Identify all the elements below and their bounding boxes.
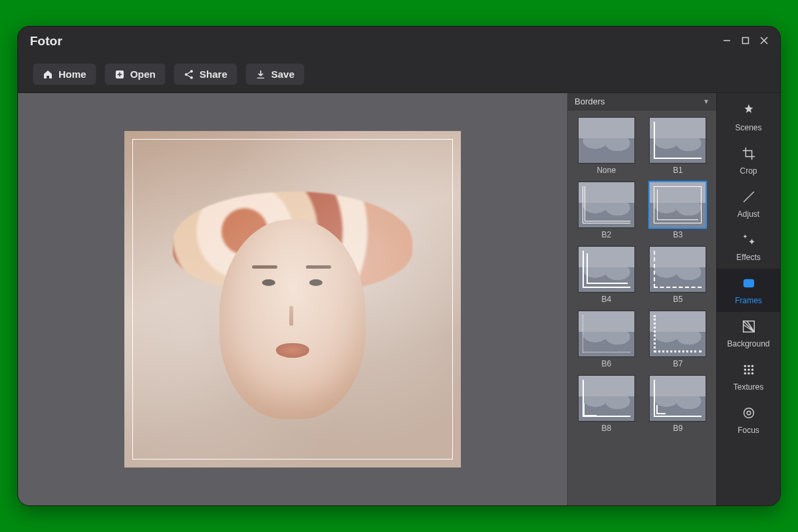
svg-rect-8: [743, 280, 753, 287]
focus-icon: [741, 406, 756, 422]
plus-file-icon: [114, 69, 125, 80]
border-swatch-label: None: [597, 166, 616, 175]
border-thumb: [578, 311, 635, 357]
rail-label: Textures: [733, 382, 763, 392]
rail-label: Crop: [739, 166, 757, 176]
effects-icon: [741, 233, 756, 249]
border-thumb: [649, 182, 706, 228]
adjust-icon: [741, 190, 756, 206]
rail-focus[interactable]: Focus: [717, 398, 780, 442]
close-button[interactable]: [760, 36, 768, 47]
collapse-icon: ▼: [703, 98, 710, 105]
borders-grid[interactable]: NoneB1B2B3B4B5B6B7B8B9: [568, 110, 716, 505]
tool-rail: ScenesCropAdjustEffectsFramesBackgroundT…: [716, 93, 780, 505]
border-thumb: [649, 117, 706, 164]
rail-textures[interactable]: Textures: [717, 355, 780, 398]
canvas-area[interactable]: [18, 93, 567, 505]
open-label: Open: [130, 68, 156, 80]
svg-point-12: [751, 365, 753, 368]
border-swatch-b3[interactable]: B3: [646, 182, 710, 239]
borders-panel-header[interactable]: Borders ▼: [568, 93, 716, 110]
rail-frames[interactable]: Frames: [717, 269, 780, 312]
minimize-button[interactable]: [723, 36, 731, 47]
svg-point-15: [751, 368, 753, 371]
rail-label: Scenes: [735, 123, 761, 132]
svg-point-5: [185, 73, 188, 76]
home-button[interactable]: Home: [33, 63, 96, 85]
svg-rect-1: [743, 38, 749, 44]
svg-point-16: [743, 372, 746, 375]
border-swatch-label: B1: [673, 166, 683, 175]
save-button[interactable]: Save: [245, 63, 305, 85]
rail-background[interactable]: Background: [717, 312, 780, 355]
border-swatch-label: B8: [601, 424, 611, 433]
svg-point-17: [747, 372, 750, 375]
rail-label: Adjust: [737, 209, 759, 219]
rail-crop[interactable]: Crop: [717, 139, 780, 182]
borders-panel: Borders ▼ NoneB1B2B3B4B5B6B7B8B9: [567, 93, 716, 505]
border-swatch-b8[interactable]: B8: [575, 375, 638, 433]
image-canvas[interactable]: [124, 131, 461, 467]
crop-icon: [741, 146, 756, 163]
border-swatch-label: B6: [601, 359, 611, 368]
share-button[interactable]: Share: [174, 63, 237, 85]
scenes-icon: [741, 103, 756, 120]
app-title: Fotor: [30, 34, 63, 49]
svg-point-6: [190, 70, 193, 72]
rail-scenes[interactable]: Scenes: [717, 96, 780, 139]
border-thumb: [578, 375, 635, 422]
border-swatch-b1[interactable]: B1: [646, 117, 710, 175]
rail-label: Frames: [735, 296, 762, 305]
borders-panel-title: Borders: [575, 96, 605, 106]
border-swatch-b9[interactable]: B9: [646, 375, 710, 433]
rail-label: Background: [727, 339, 769, 348]
main-area: Borders ▼ NoneB1B2B3B4B5B6B7B8B9 ScenesC…: [18, 93, 780, 505]
border-thumb: [578, 117, 635, 164]
home-icon: [43, 69, 53, 80]
svg-point-20: [747, 411, 751, 415]
rail-label: Effects: [736, 253, 760, 262]
rail-effects[interactable]: Effects: [717, 225, 780, 269]
border-thumb: [649, 375, 706, 422]
home-label: Home: [59, 68, 86, 80]
svg-point-13: [743, 368, 746, 371]
titlebar: Fotor: [18, 27, 780, 56]
border-swatch-b5[interactable]: B5: [646, 246, 710, 304]
border-swatch-b4[interactable]: B4: [575, 246, 638, 304]
border-thumb: [649, 311, 706, 357]
share-icon: [184, 69, 194, 80]
window-controls: [723, 36, 768, 47]
svg-point-18: [751, 372, 753, 375]
border-thumb: [578, 246, 635, 293]
border-thumb: [578, 182, 635, 228]
share-label: Share: [200, 68, 227, 80]
border-swatch-label: B9: [673, 424, 683, 433]
rail-adjust[interactable]: Adjust: [717, 182, 780, 225]
svg-point-19: [743, 408, 753, 418]
border-swatch-b7[interactable]: B7: [646, 311, 710, 368]
border-swatch-label: B2: [601, 230, 611, 239]
maximize-button[interactable]: [741, 36, 749, 47]
save-label: Save: [271, 68, 295, 80]
svg-point-11: [747, 365, 750, 368]
border-swatch-b2[interactable]: B2: [575, 182, 638, 239]
background-icon: [741, 319, 756, 336]
border-swatch-label: B7: [673, 359, 683, 368]
border-swatch-none[interactable]: None: [575, 117, 638, 175]
textures-icon: [741, 362, 756, 379]
border-swatch-label: B4: [601, 295, 611, 304]
frames-icon: [741, 276, 756, 293]
svg-point-10: [743, 365, 746, 368]
svg-point-14: [747, 368, 750, 371]
app-window: Fotor Home Open Share: [17, 26, 781, 506]
border-swatch-b6[interactable]: B6: [575, 311, 638, 368]
border-swatch-label: B5: [673, 295, 683, 304]
border-thumb: [649, 246, 706, 293]
svg-point-7: [190, 76, 193, 78]
rail-label: Focus: [737, 426, 759, 435]
toolbar: Home Open Share Save: [18, 56, 780, 93]
open-button[interactable]: Open: [104, 63, 166, 85]
border-swatch-label: B3: [673, 230, 683, 239]
download-icon: [255, 69, 266, 80]
